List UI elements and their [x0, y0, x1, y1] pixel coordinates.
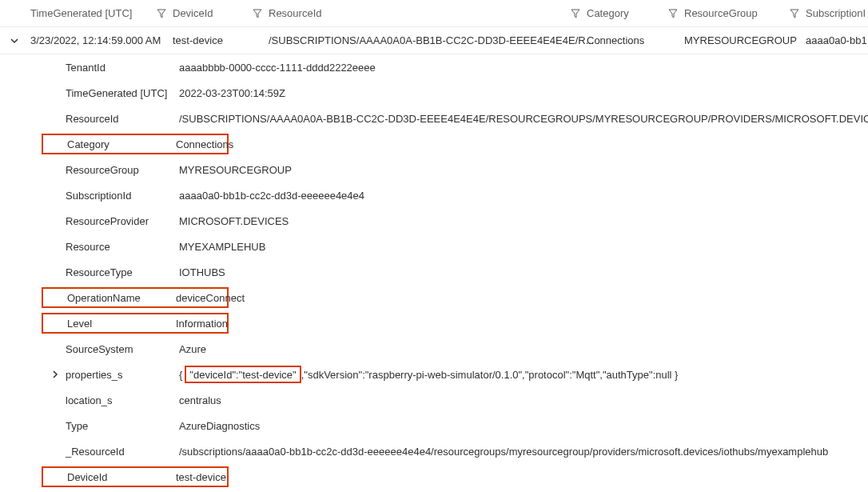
- detail-key: TenantId: [66, 62, 179, 74]
- detail-key: _ResourceId: [66, 446, 179, 458]
- detail-row-operationname: OperationName deviceConnect: [0, 285, 868, 310]
- filter-icon[interactable]: [253, 9, 262, 18]
- detail-value: /SUBSCRIPTIONS/AAAA0A0A-BB1B-CC2C-DD3D-E…: [179, 113, 868, 125]
- detail-row-resourceid: ResourceId /SUBSCRIPTIONS/AAAA0A0A-BB1B-…: [0, 106, 868, 131]
- header-deviceid-label: DeviceId: [173, 7, 213, 19]
- header-category-label: Category: [587, 7, 629, 19]
- header-deviceid[interactable]: DeviceId: [173, 0, 269, 26]
- detail-value: Connections: [176, 138, 237, 150]
- detail-row-type: Type AzureDiagnostics: [0, 413, 868, 438]
- detail-panel: TenantId aaaabbbb-0000-cccc-1111-dddd222…: [0, 54, 868, 490]
- detail-value: Information: [176, 318, 231, 330]
- detail-value: Azure: [179, 343, 868, 355]
- detail-value: deviceConnect: [176, 292, 248, 304]
- detail-key: OperationName: [67, 292, 176, 304]
- detail-value: AzureDiagnostics: [179, 420, 868, 432]
- detail-value: {"deviceId":"test-device","sdkVersion":"…: [179, 366, 868, 383]
- detail-key: SourceSystem: [66, 343, 179, 355]
- chevron-right-icon: [51, 370, 59, 378]
- detail-key: Type: [66, 420, 179, 432]
- detail-row-timegenerated: TimeGenerated [UTC] 2022-03-23T00:14:59Z: [0, 80, 868, 106]
- detail-row-resourceprovider: ResourceProvider MICROSOFT.DEVICES: [0, 208, 868, 234]
- highlight-level: Level Information: [42, 313, 229, 334]
- header-resourceid[interactable]: ResourceId: [269, 0, 587, 26]
- detail-key: location_s: [66, 394, 179, 406]
- header-subscriptionid[interactable]: SubscriptionI: [806, 0, 868, 26]
- detail-key: DeviceId: [67, 471, 176, 483]
- filter-icon[interactable]: [790, 9, 799, 18]
- detail-key: TimeGenerated [UTC]: [66, 87, 179, 99]
- detail-key: Category: [67, 138, 176, 150]
- cell-deviceid: test-device: [173, 34, 269, 46]
- detail-value: MYEXAMPLEHUB: [179, 241, 868, 253]
- detail-row-subscriptionid: SubscriptionId aaaa0a0-bb1b-cc2c-dd3d-ee…: [0, 182, 868, 208]
- detail-row-resourceid2: _ResourceId /subscriptions/aaaa0a0-bb1b-…: [0, 438, 868, 464]
- detail-row-resourcegroup: ResourceGroup MYRESOURCEGROUP: [0, 157, 868, 182]
- detail-key: ResourceId: [66, 113, 179, 125]
- filter-icon[interactable]: [157, 9, 166, 18]
- cell-category: Connections: [587, 34, 684, 46]
- detail-value: aaaabbbb-0000-cccc-1111-dddd2222eeee: [179, 62, 868, 74]
- header-resourcegroup[interactable]: ResourceGroup: [684, 0, 806, 26]
- detail-key: Level: [67, 318, 176, 330]
- header-subscriptionid-label: SubscriptionI: [806, 7, 866, 19]
- detail-value: 2022-03-23T00:14:59Z: [179, 87, 868, 99]
- detail-row-tenantid: TenantId aaaabbbb-0000-cccc-1111-dddd222…: [0, 54, 868, 80]
- header-resourceid-label: ResourceId: [269, 7, 321, 19]
- filter-icon[interactable]: [668, 9, 678, 18]
- filter-icon[interactable]: [571, 9, 580, 18]
- detail-key: Resource: [66, 241, 179, 253]
- table-row[interactable]: 3/23/2022, 12:14:59.000 AM test-device /…: [0, 27, 868, 54]
- highlight-deviceid: DeviceId test-device: [42, 466, 229, 487]
- header-timegenerated-label: TimeGenerated [UTC]: [30, 7, 132, 19]
- detail-value: centralus: [179, 394, 868, 406]
- detail-key: ResourceProvider: [66, 215, 179, 227]
- detail-key: SubscriptionId: [66, 190, 179, 202]
- header-resourcegroup-label: ResourceGroup: [684, 7, 758, 19]
- detail-key: ResourceType: [66, 266, 179, 278]
- detail-row-category: Category Connections: [0, 131, 868, 157]
- detail-value: MYRESOURCEGROUP: [179, 164, 868, 176]
- expand-toggle[interactable]: [45, 370, 66, 378]
- detail-key: properties_s: [66, 369, 179, 381]
- cell-subscriptionid: aaaa0a0-bb1: [806, 34, 868, 46]
- detail-value: test-device: [176, 471, 229, 483]
- detail-row-deviceid: DeviceId test-device: [0, 464, 868, 490]
- cell-resourceid: /SUBSCRIPTIONS/AAAA0A0A-BB1B-CC2C-DD3D-E…: [269, 34, 587, 46]
- chevron-down-icon: [10, 36, 19, 46]
- header-category[interactable]: Category: [587, 0, 684, 26]
- collapse-toggle[interactable]: [0, 36, 29, 46]
- detail-value: MICROSOFT.DEVICES: [179, 215, 868, 227]
- cell-time: 3/23/2022, 12:14:59.000 AM: [29, 34, 173, 46]
- detail-row-sourcesystem: SourceSystem Azure: [0, 336, 868, 362]
- detail-value: aaaa0a0-bb1b-cc2c-dd3d-eeeeee4e4e4: [179, 190, 868, 202]
- detail-key: ResourceGroup: [66, 164, 179, 176]
- detail-row-resource: Resource MYEXAMPLEHUB: [0, 234, 868, 259]
- highlight-category: Category Connections: [42, 134, 229, 154]
- detail-row-resourcetype: ResourceType IOTHUBS: [0, 259, 868, 285]
- header-timegenerated[interactable]: TimeGenerated [UTC]: [29, 0, 173, 26]
- detail-row-properties: properties_s {"deviceId":"test-device","…: [0, 362, 868, 387]
- highlight-operationname: OperationName deviceConnect: [42, 287, 229, 308]
- detail-value: /subscriptions/aaaa0a0-bb1b-cc2c-dd3d-ee…: [179, 446, 868, 458]
- detail-row-location: location_s centralus: [0, 387, 868, 413]
- detail-row-level: Level Information: [0, 310, 868, 336]
- table-header: TimeGenerated [UTC] DeviceId ResourceId …: [0, 0, 868, 27]
- cell-resourcegroup: MYRESOURCEGROUP: [684, 34, 806, 46]
- detail-value: IOTHUBS: [179, 266, 868, 278]
- highlight-deviceid-json: "deviceId":"test-device": [185, 366, 301, 383]
